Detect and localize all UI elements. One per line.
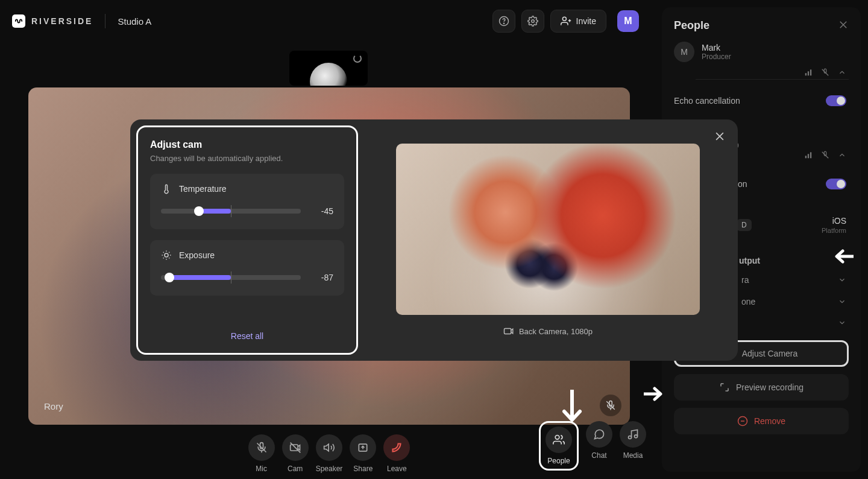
camera-preview [396,144,700,315]
temperature-fill [199,209,231,214]
participant-thumbnail[interactable] [289,51,368,86]
people-panel-close[interactable] [838,19,849,30]
reset-all-button[interactable]: Reset all [231,320,263,341]
help-button[interactable] [492,10,515,33]
invite-label: Invite [576,16,596,26]
chevron-up-icon [838,68,846,77]
people-control-highlight: People [539,421,579,471]
speaker-control[interactable]: Speaker [316,434,343,473]
speaker-label: Speaker [316,465,343,473]
settings-button[interactable] [521,10,544,33]
participant-row[interactable]: M Mark Producer [674,32,849,68]
svg-point-3 [562,17,566,21]
invite-button[interactable]: Invite [550,10,606,33]
brand-logo[interactable]: RIVERSIDE [12,14,93,28]
exposure-header: Exposure [161,250,333,261]
leave-icon [390,441,403,454]
people-icon [553,434,565,446]
temperature-slider-row: -45 [161,206,333,216]
svg-rect-24 [808,154,809,158]
svg-line-26 [822,152,829,159]
temperature-header: Temperature [161,183,333,194]
remove-label: Remove [754,416,785,426]
media-icon [627,428,639,440]
platform-name: iOS [832,216,846,226]
platform-caption: Platform [822,227,846,234]
collapse-toggle-2[interactable] [838,151,846,159]
share-label: Share [353,465,373,473]
studio-name[interactable]: Studio A [118,16,151,27]
user-avatar[interactable]: M [617,10,639,32]
temperature-value: -45 [309,206,333,216]
mic-toggle[interactable] [821,68,829,77]
preview-recording-button[interactable]: Preview recording [674,374,849,401]
people-control[interactable]: People [546,427,572,465]
mic-control[interactable]: Mic [248,434,275,473]
thumbnail-image [310,63,347,86]
camera-label: Back Camera, 1080p [519,327,593,336]
svg-marker-12 [324,444,329,451]
adjust-cam-subtitle: Changes will be automatically applied. [150,154,344,163]
temperature-thumb[interactable] [194,206,204,216]
mic-label: Mic [256,465,267,473]
camera-icon [503,326,514,337]
svg-point-15 [629,436,632,439]
temperature-label: Temperature [179,184,227,194]
slider-center-tick [231,205,231,217]
adjust-cam-controls: Adjust cam Changes will be automatically… [136,125,358,355]
temperature-slider[interactable] [161,209,301,214]
svg-line-22 [822,69,829,76]
output-select-2-label: one [741,297,755,306]
participant-info: Mark Producer [702,43,731,61]
collapse-toggle[interactable] [838,68,846,77]
signal-icon [804,151,813,159]
adjust-camera-label: Adjust Camera [742,349,798,358]
chat-control[interactable]: Chat [586,421,612,471]
remove-button[interactable]: Remove [674,408,849,434]
svg-point-14 [555,436,559,440]
people-panel-title: People [674,19,849,32]
people-label: People [547,457,570,465]
other-toggle[interactable] [826,179,846,189]
media-control[interactable]: Media [620,421,646,471]
participant-avatar: M [674,42,694,62]
brand-logo-icon [12,14,25,28]
leave-control[interactable]: Leave [383,434,410,473]
leave-label: Leave [387,465,407,473]
remove-icon [737,416,748,427]
svg-point-32 [165,253,168,257]
svg-line-39 [163,258,164,258]
share-control[interactable]: Share [350,434,376,473]
exposure-value: -87 [309,273,333,282]
chevron-down-icon [838,297,846,306]
record-quality-badge-partial: D [737,219,752,231]
annotation-arrow-right [644,386,665,402]
chevron-down-icon [838,319,846,327]
modal-close-button[interactable] [714,130,726,142]
svg-rect-25 [810,152,811,158]
divider [105,14,105,28]
topbar-left: RIVERSIDE Studio A [12,14,151,28]
invite-icon [561,16,571,27]
exposure-label: Exposure [179,250,215,260]
preview-recording-label: Preview recording [736,382,804,392]
output-select-1-label: ra [741,275,749,285]
annotation-arrow-down [559,390,585,426]
mic-off-icon [821,151,829,159]
echo-cancellation-toggle[interactable] [826,95,846,106]
exposure-fill [169,275,231,280]
mic-toggle-2[interactable] [821,151,829,159]
close-icon [838,19,849,30]
cam-label: Cam [288,465,303,473]
exposure-card: Exposure -87 [150,240,344,296]
mic-off-icon [821,68,829,77]
mic-muted-indicator [600,395,621,416]
cam-control[interactable]: Cam [282,434,309,473]
exposure-slider[interactable] [161,275,301,280]
main-controls-group: Mic Cam Speaker Share Leave [248,434,410,473]
participant-status-icons [674,68,849,77]
right-controls-group: People Chat Media [539,421,646,471]
close-icon [714,130,726,142]
exposure-thumb[interactable] [165,273,174,282]
other-toggle-label-partial: on [738,179,747,189]
